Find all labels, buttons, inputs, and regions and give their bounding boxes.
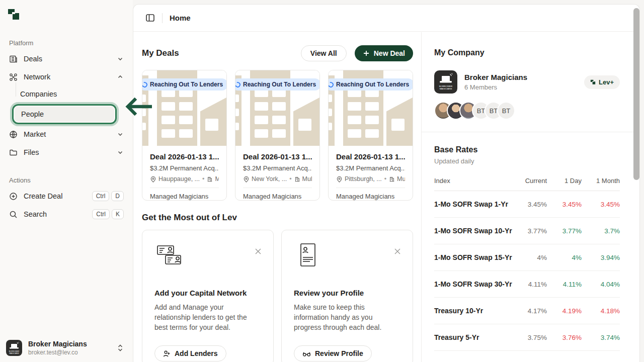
status-progress-icon — [235, 81, 242, 88]
table-row: 1-Mo SOFR Swap 30-Yr 4.11% 4.11% 4.04% — [434, 271, 620, 298]
view-all-button[interactable]: View All — [301, 45, 347, 61]
map-pin-icon — [243, 176, 250, 183]
promo-description: Make sure to keep this information handy… — [294, 302, 400, 332]
page-title: Home — [170, 14, 191, 22]
status-progress-icon — [142, 81, 148, 88]
table-header-row: Index Current 1 Day 1 Month — [434, 177, 620, 191]
chevron-down-icon — [117, 149, 124, 156]
workspace-switcher[interactable]: BORROWERMAGICIANS Broker Magicians broke… — [6, 340, 127, 356]
deal-card[interactable]: Reaching Out To Lenders Deal 2026-01-13 … — [328, 70, 413, 201]
home-right-column: My Company BORROWERMAGICIANS Broker Magi… — [421, 32, 640, 362]
workspace-name: Broker Magicians — [28, 340, 117, 348]
tree-line — [16, 82, 16, 97]
promo-title: Add your Capital Network — [154, 289, 261, 297]
capital-network-promo-card: Add your Capital Network Add and Manage … — [142, 230, 274, 362]
vertical-scrollbar[interactable] — [633, 8, 639, 180]
promo-title: Review your Profile — [294, 289, 400, 297]
my-company-title: My Company — [434, 48, 620, 57]
table-row: 1-Mo SOFR Swap 10-Yr 3.77% 3.77% 3.7% — [434, 218, 620, 244]
create-deal-shortcut: CtrlD — [92, 191, 124, 201]
deal-location-row: Pittsburgh, ...• Multifamily — [336, 175, 405, 183]
lev-plus-badge[interactable]: Lev+ — [584, 75, 620, 89]
member-avatar-initials: BT — [497, 102, 515, 120]
lev-logo-icon — [7, 8, 20, 21]
company-logo: BORROWERMAGICIANS — [434, 70, 457, 94]
deal-managed-by: Managed Magicians — [336, 193, 405, 200]
sidebar-item-companies[interactable]: Companies — [6, 86, 127, 102]
promo-description: Add and Manage your relationship lenders… — [154, 302, 261, 332]
deal-image: Reaching Out To Lenders — [142, 70, 226, 146]
svg-text:BORROWER: BORROWER — [439, 85, 452, 87]
section-divider — [422, 132, 640, 132]
create-deal-action[interactable]: Create Deal CtrlD — [6, 188, 127, 204]
search-action[interactable]: Search CtrlK — [6, 206, 127, 222]
my-deals-title: My Deals — [142, 48, 301, 58]
sidebar-item-network[interactable]: Network — [6, 69, 127, 85]
building-icon — [389, 176, 395, 182]
chevron-up-icon — [117, 73, 124, 80]
building-icon — [294, 176, 300, 182]
new-deal-button[interactable]: New Deal — [355, 45, 413, 61]
search-icon — [9, 210, 18, 219]
svg-text:MAGICIANS: MAGICIANS — [440, 87, 452, 90]
chevron-up-down-icon — [117, 344, 124, 352]
deal-title: Deal 2026-01-13 1... — [336, 152, 405, 161]
main-panel: Home My Deals View All New Deal Reachi — [133, 4, 640, 362]
review-profile-button[interactable]: Review Profile — [294, 345, 372, 361]
deal-subtitle: $3.2M Permanent Acq... — [336, 164, 405, 172]
deal-status-badge: Reaching Out To Lenders — [142, 78, 226, 90]
get-most-title: Get the Most out of Lev — [142, 213, 413, 223]
lev-logo-icon — [590, 79, 596, 85]
map-pin-icon — [336, 176, 343, 183]
add-lenders-button[interactable]: Add Lenders — [154, 345, 226, 361]
chevron-down-icon — [117, 55, 124, 62]
table-row: 1-Mo SOFR Swap 1-Yr 3.45% 3.45% 3.45% — [434, 191, 620, 218]
sidebar-item-files[interactable]: Files — [6, 144, 127, 160]
globe-icon — [9, 130, 18, 139]
home-main-column: My Deals View All New Deal Reaching Out … — [133, 32, 421, 362]
sidebar-item-market[interactable]: Market — [6, 126, 127, 142]
status-progress-icon — [329, 81, 335, 88]
deal-card-list: Reaching Out To Lenders Deal 2026-01-13 … — [142, 70, 413, 201]
sidebar-toggle-icon[interactable] — [145, 13, 155, 23]
deal-card[interactable]: Reaching Out To Lenders Deal 2026-01-13 … — [142, 70, 227, 201]
deal-title: Deal 2026-01-13 1... — [150, 152, 219, 161]
glasses-icon — [302, 350, 311, 357]
base-rates-table: Index Current 1 Day 1 Month 1-Mo SOFR Sw… — [434, 177, 620, 351]
workspace-email: broker.test@lev.co — [28, 349, 117, 356]
page-header: Home — [133, 5, 639, 32]
search-shortcut: CtrlK — [92, 209, 124, 219]
user-plus-icon — [163, 350, 171, 357]
network-icon — [9, 73, 18, 81]
deals-icon — [9, 55, 18, 63]
review-profile-promo-card: Review your Profile Make sure to keep th… — [281, 230, 413, 362]
deal-status-badge: Reaching Out To Lenders — [235, 78, 319, 90]
workspace-avatar: BORROWERMAGICIANS — [6, 340, 22, 356]
deal-card[interactable]: Reaching Out To Lenders Deal 2026-01-13 … — [235, 70, 320, 201]
close-icon[interactable] — [254, 247, 262, 255]
folder-icon — [9, 148, 18, 157]
deal-managed-by: Managed Magicians — [150, 193, 219, 200]
svg-text:MAGICIANS: MAGICIANS — [9, 352, 19, 354]
member-avatar-stack: BT BT BT — [434, 102, 620, 120]
deal-image: Reaching Out To Lenders — [235, 70, 319, 146]
deal-image: Reaching Out To Lenders — [329, 70, 413, 146]
base-rates-subtitle: Updated daily — [434, 157, 620, 165]
deal-subtitle: $3.2M Permanent Acq... — [150, 164, 219, 172]
deal-location-row: Hauppauge, ...• Multifamily — [150, 175, 219, 183]
base-rates-title: Base Rates — [434, 145, 620, 154]
company-name: Broker Magicians — [464, 73, 584, 81]
close-icon[interactable] — [393, 247, 401, 255]
building-icon — [207, 176, 213, 182]
capital-network-icon — [154, 242, 183, 267]
platform-section-label: Platform — [9, 39, 127, 47]
deal-status-badge: Reaching Out To Lenders — [329, 78, 413, 90]
sidebar: Platform Deals Network Companies People … — [0, 0, 133, 362]
sidebar-item-deals[interactable]: Deals — [6, 51, 127, 67]
deal-subtitle: $3.2M Permanent Acq... — [243, 164, 312, 172]
company-members-count: 6 Members — [464, 83, 584, 91]
sidebar-item-people[interactable]: People — [15, 107, 114, 122]
table-row: Treasury 10-Yr 4.17% 4.19% 4.18% — [434, 298, 620, 324]
deal-managed-by: Managed Magicians — [243, 193, 312, 200]
network-submenu: Companies People — [6, 86, 127, 124]
